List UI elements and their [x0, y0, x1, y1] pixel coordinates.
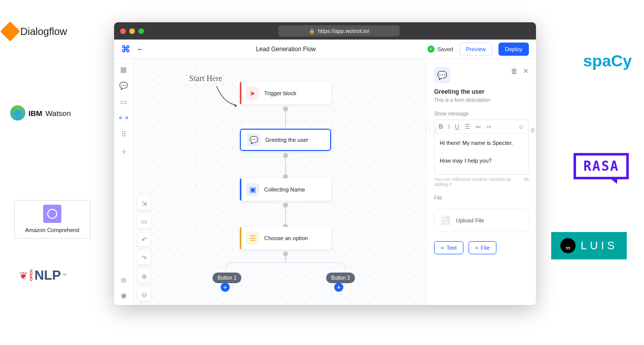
tm-mark: ™ [62, 273, 67, 278]
tool-undo-icon[interactable]: ↶ [137, 233, 151, 246]
comprehend-icon [43, 205, 61, 223]
connector-line [285, 256, 286, 262]
add-text-label: Text [446, 245, 456, 251]
arrow-icon [213, 83, 244, 108]
cursor-icon: ➤ [246, 87, 259, 100]
block-label: Choose an option [264, 235, 308, 241]
dialogflow-icon [0, 21, 20, 42]
message-editor[interactable]: B I U ☰ ≔ ∾ ☺ Hi there! My name is Spect… [434, 120, 529, 175]
panel-description: This is a form description [434, 97, 529, 103]
side-panel: 💬 🗑 ✕ Greeting the user This is a form d… [426, 59, 536, 305]
app-body: ▦ 💬 ▭ ⚬⚬ ⠿ ⏚ ⊜ ◉ Start Here ➤ Trigger bl… [114, 59, 536, 305]
tool-redo-icon[interactable]: ↷ [137, 251, 151, 264]
traffic-lights[interactable] [120, 28, 144, 34]
flow-title: Lead Generation Flow [150, 46, 421, 53]
canvas-wrap: Start Here ➤ Trigger block 💬 Greeting th… [133, 59, 536, 305]
logo-spacy: spaCy [583, 52, 632, 70]
back-button[interactable]: ← [136, 45, 144, 53]
italic-button[interactable]: I [448, 123, 450, 130]
tool-zoom-out-icon[interactable]: ⊖ [137, 288, 151, 301]
bold-button[interactable]: B [439, 123, 443, 130]
luis-icon: ,, [560, 238, 576, 253]
nav-contacts-icon[interactable]: ⠿ [119, 130, 128, 139]
delete-block-button[interactable]: 🗑 [511, 67, 518, 75]
browser-window: 🔒 https://app.wotnot.io/ ⌘ ← Lead Genera… [114, 22, 536, 305]
branch-button-1[interactable]: Button 1 [212, 273, 241, 283]
bullet-list-button[interactable]: ☰ [464, 123, 470, 130]
link-button[interactable]: ∾ [486, 123, 491, 130]
nav-dashboard-icon[interactable]: ▦ [119, 65, 128, 74]
nav-chat-icon[interactable]: 💬 [119, 81, 128, 90]
luis-text: LUIS [581, 239, 618, 252]
ibm-text: IBM [28, 109, 43, 118]
drag-handle-icon[interactable]: ⋮⋮ [427, 127, 439, 134]
connector-dot[interactable] [283, 203, 288, 208]
logo-amazon-comprehend: Amazon Comprehend [14, 200, 90, 239]
nav-flows-icon[interactable]: ⚬⚬ [119, 113, 128, 123]
add-node-button[interactable]: + [334, 283, 343, 292]
logo-luis: ,, LUIS [551, 232, 627, 259]
wotnot-logo-icon[interactable]: ⌘ [121, 44, 130, 55]
emoji-button[interactable]: ☺ [518, 123, 524, 130]
nav-book-icon[interactable]: ▭ [119, 97, 128, 106]
flow-canvas[interactable]: Start Here ➤ Trigger block 💬 Greeting th… [133, 59, 426, 305]
nav-help-icon[interactable]: ⊜ [119, 276, 128, 285]
connector-line [285, 208, 286, 225]
show-message-label: Show message [434, 111, 529, 117]
check-icon: ✓ [427, 46, 435, 53]
lock-icon: 🔒 [309, 28, 315, 34]
close-window-icon[interactable] [120, 28, 126, 34]
opennlp-open: OPEN [29, 270, 33, 281]
branch-button-2[interactable]: Button 2 [326, 273, 355, 283]
browser-url: https://app.wotnot.io/ [318, 28, 370, 34]
file-icon: 📄 [441, 215, 451, 225]
add-file-button[interactable]: + File [469, 241, 496, 254]
feather-icon: ❦ [19, 270, 28, 282]
block-greeting[interactable]: 💬 Greeting the user [240, 129, 331, 151]
maximize-window-icon[interactable] [138, 28, 144, 34]
block-label: Greeting the user [265, 137, 308, 143]
nav-plug-icon[interactable]: ⏚ [119, 146, 128, 155]
logo-rasa: RASA [574, 153, 629, 179]
add-text-button[interactable]: + Text [434, 241, 463, 254]
char-count: 86 [524, 177, 529, 187]
preview-button[interactable]: Preview [459, 43, 492, 56]
tool-zoom-in-icon[interactable]: ⊕ [137, 270, 151, 283]
list-icon: ☰ [246, 232, 259, 245]
comprehend-label: Amazon Comprehend [25, 227, 79, 233]
message-body[interactable]: Hi there! My name is Specter. How may I … [435, 134, 528, 174]
tool-collapse-icon[interactable]: ⇲ [137, 197, 151, 210]
delete-message-button[interactable]: 🗑 [530, 127, 536, 134]
minimize-window-icon[interactable] [129, 28, 135, 34]
browser-url-bar[interactable]: 🔒 https://app.wotnot.io/ [278, 25, 400, 36]
start-here-label: Start Here [189, 74, 222, 83]
block-trigger[interactable]: ➤ Trigger block [240, 82, 331, 104]
underline-button[interactable]: U [455, 123, 459, 130]
tool-map-icon[interactable]: ▭ [137, 215, 151, 228]
connector-dot[interactable] [283, 251, 288, 256]
variable-hint: You can reference another variable by ad… [434, 177, 524, 187]
add-file-label: File [481, 245, 490, 251]
block-label: Trigger block [264, 90, 296, 96]
upload-file-card[interactable]: 📄 Upload File [434, 209, 529, 232]
upload-file-label: Upload File [456, 217, 484, 223]
logo-dialogflow: Dialogflow [3, 24, 67, 39]
dialogflow-label: Dialogflow [20, 26, 67, 37]
numbered-list-button[interactable]: ≔ [475, 123, 481, 130]
saved-label: Saved [437, 46, 453, 52]
close-panel-button[interactable]: ✕ [523, 67, 529, 75]
connector-dot[interactable] [283, 106, 288, 111]
deploy-button[interactable]: Deploy [498, 43, 529, 56]
connector-dot[interactable] [283, 153, 288, 158]
chat-icon: 💬 [247, 133, 260, 146]
block-collecting-name[interactable]: ▣ Collecting Name [240, 178, 331, 201]
block-choose-option[interactable]: ☰ Choose an option [240, 227, 331, 249]
rasa-text: RASA [583, 159, 619, 174]
watson-text: Watson [46, 109, 71, 118]
add-node-button[interactable]: + [221, 283, 230, 292]
watson-icon [10, 105, 25, 121]
form-icon: ▣ [246, 183, 259, 196]
connector-line [285, 111, 286, 129]
message-line-1: Hi there! My name is Specter. [440, 139, 523, 148]
nav-profile-icon[interactable]: ◉ [119, 291, 128, 300]
